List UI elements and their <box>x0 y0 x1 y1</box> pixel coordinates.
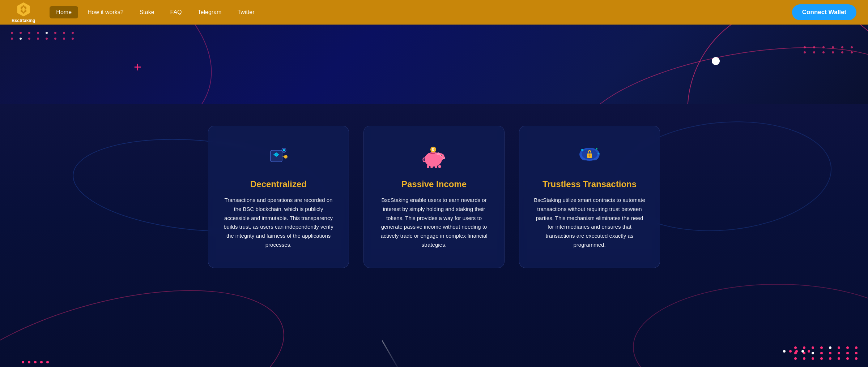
passive-income-icon: $ <box>420 142 448 171</box>
hero-circle-decoration <box>712 57 720 65</box>
decentralized-icon <box>264 142 293 171</box>
bottom-dots-left <box>22 361 49 363</box>
svg-text:$: $ <box>432 148 434 152</box>
svg-point-16 <box>283 149 285 151</box>
svg-rect-39 <box>589 156 590 157</box>
bottom-dots-right-row <box>783 350 810 353</box>
nav-home[interactable]: Home <box>50 6 78 18</box>
logo-link[interactable]: BscStaking <box>12 1 35 23</box>
hero-dots-topright <box>804 46 857 53</box>
connect-wallet-button[interactable]: Connect Wallet <box>792 4 856 20</box>
svg-rect-29 <box>435 166 437 168</box>
svg-point-40 <box>581 149 583 151</box>
slash-decoration <box>382 340 401 367</box>
svg-point-42 <box>598 152 600 154</box>
card-trustless: Trustless Transactions BscStaking utiliz… <box>519 126 660 268</box>
main-section: Decentralized Transactions and operation… <box>0 104 868 367</box>
hero-dots-topleft <box>11 32 77 40</box>
nav-links: Home How it works? Stake FAQ Telegram Tw… <box>50 6 792 18</box>
svg-point-20 <box>437 152 440 155</box>
svg-point-24 <box>443 157 444 158</box>
nav-twitter[interactable]: Twitter <box>231 6 261 18</box>
hero-section: + <box>0 25 868 104</box>
svg-rect-30 <box>438 165 441 168</box>
nav-stake[interactable]: Stake <box>133 6 161 18</box>
navbar: BscStaking Home How it works? Stake FAQ … <box>0 0 868 25</box>
svg-point-22 <box>441 155 442 156</box>
svg-point-17 <box>285 156 287 158</box>
trustless-icon <box>575 142 604 171</box>
svg-rect-2 <box>22 8 25 11</box>
card-trustless-desc: BscStaking utilize smart contracts to au… <box>533 196 646 250</box>
logo-icon <box>16 1 31 17</box>
card-passive-income-title: Passive Income <box>378 179 490 189</box>
svg-point-41 <box>596 148 597 150</box>
nav-how-it-works[interactable]: How it works? <box>81 6 130 18</box>
cards-container: Decentralized Transactions and operation… <box>0 104 868 290</box>
card-passive-income-desc: BscStaking enable users to earn rewards … <box>378 196 490 250</box>
card-trustless-title: Trustless Transactions <box>533 179 646 189</box>
svg-rect-26 <box>430 153 435 154</box>
bg-dots-right <box>794 346 861 360</box>
nav-faq[interactable]: FAQ <box>164 6 188 18</box>
svg-rect-28 <box>430 166 433 168</box>
svg-rect-27 <box>427 165 429 168</box>
card-decentralized: Decentralized Transactions and operation… <box>208 126 349 268</box>
card-decentralized-title: Decentralized <box>222 179 335 189</box>
card-decentralized-desc: Transactions and operations are recorded… <box>222 196 335 250</box>
svg-point-25 <box>444 157 444 158</box>
nav-telegram[interactable]: Telegram <box>191 6 228 18</box>
card-passive-income: $ Passive Income BscStaking enable users… <box>363 126 505 268</box>
hero-plus-icon: + <box>134 61 141 74</box>
logo-text: BscStaking <box>12 18 35 23</box>
